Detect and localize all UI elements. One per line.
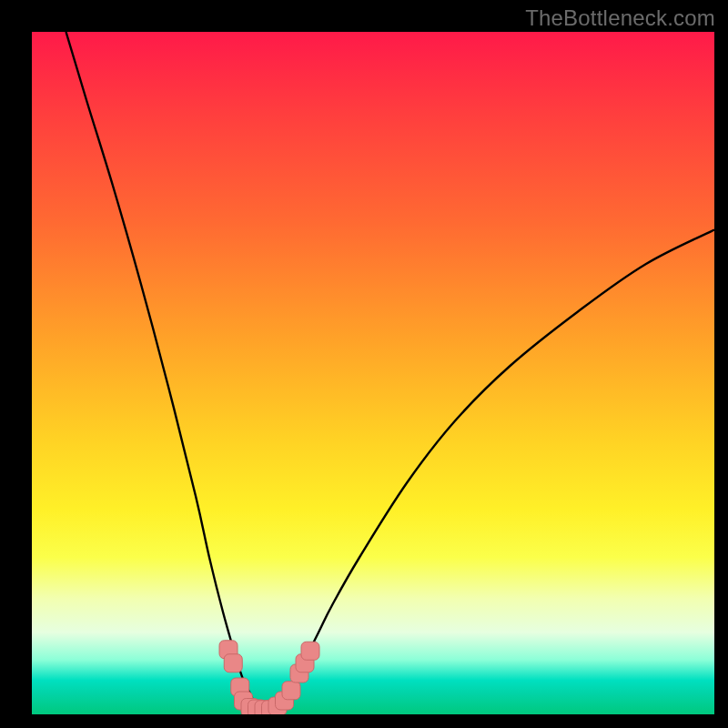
plot-area <box>32 32 714 714</box>
curve-marker <box>301 642 319 660</box>
bottleneck-curve <box>66 32 715 712</box>
watermark-text: TheBottleneck.com <box>525 5 715 31</box>
chart-frame: TheBottleneck.com <box>0 0 728 728</box>
marker-group <box>219 641 319 714</box>
chart-svg <box>32 32 714 714</box>
curve-marker <box>282 682 300 700</box>
curve-marker <box>224 654 242 672</box>
